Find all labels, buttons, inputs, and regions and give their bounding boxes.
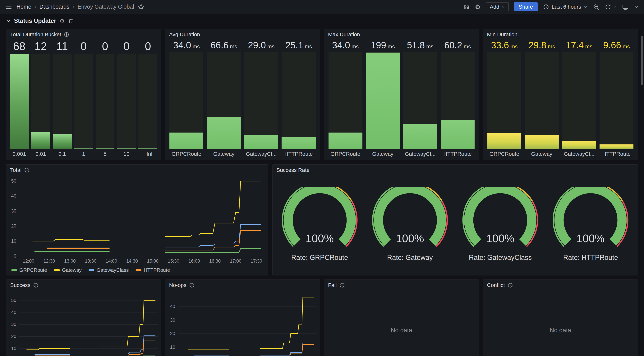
page-scrollbar-thumb[interactable] (641, 36, 643, 85)
legend-item-gatewayclass[interactable]: GatewayClass (88, 267, 129, 273)
panel-title[interactable]: Avg Duration (169, 32, 200, 38)
legend-item-grpcroute[interactable]: GRPCRoute (11, 267, 47, 273)
dashboard-settings-button[interactable]: ⚙ (475, 4, 481, 10)
star-icon (138, 4, 144, 10)
bar-gauge-HTTPRoute: 9.66 msHTTPRoute (600, 41, 634, 157)
svg-text:50: 50 (11, 298, 16, 303)
bar-track (74, 54, 93, 149)
favorite-star-button[interactable] (138, 4, 144, 10)
nav-overflow-button[interactable] (634, 5, 639, 9)
row-title[interactable]: Status Updater (14, 18, 56, 24)
clock-icon (543, 4, 549, 10)
breadcrumb-dashboards[interactable]: Dashboards (40, 4, 70, 10)
bar-axis-label: GRPCRoute (170, 149, 203, 157)
panel-title[interactable]: Conflict (487, 282, 505, 288)
row-settings-gear-icon[interactable]: ⚙ (60, 18, 64, 24)
bar-gauge-GRPCRoute: 33.6 msGRPCRoute (488, 41, 521, 157)
info-icon[interactable] (33, 282, 38, 288)
bar-gauge-Gateway: 199 msGateway (366, 41, 400, 157)
success-time-series-chart[interactable]: 1020304050 (6, 291, 161, 356)
svg-text:12:30: 12:30 (44, 258, 55, 263)
refresh-icon (605, 4, 611, 10)
info-icon[interactable] (189, 282, 194, 288)
tv-mode-button[interactable] (622, 4, 629, 10)
breadcrumb-separator: › (72, 4, 74, 10)
bar-axis-label: 1 (74, 149, 93, 157)
bar-value: 17.4 ms (562, 41, 596, 50)
info-icon[interactable] (24, 167, 30, 173)
zoom-out-button[interactable] (593, 4, 599, 10)
panel-title[interactable]: Total (10, 167, 22, 173)
dashboard-body: Status Updater ⚙ Total Duration Bucket 6… (0, 15, 644, 356)
panel-success: Success 1020304050 (6, 279, 161, 356)
bar-axis-label: GRPCRoute (488, 149, 521, 157)
legend-swatch (136, 269, 142, 271)
bar-axis-label: 10 (117, 149, 136, 157)
panel-title[interactable]: Success (10, 282, 30, 288)
svg-text:20: 20 (170, 331, 176, 336)
row-collapse-chevron-icon[interactable] (6, 19, 11, 23)
panel-title[interactable]: Success Rate (276, 167, 310, 173)
panel-row-1: Total Duration Bucket 680.001120.01110.1… (6, 29, 638, 160)
panel-total: Total 0102030405012:0012:3013:0013:3014:… (6, 164, 268, 275)
svg-text:30: 30 (170, 317, 176, 323)
bar-value: 11 (53, 41, 72, 52)
chevron-down-icon (613, 5, 617, 9)
bar-gauge-group: 680.001120.01110.101050100+Inf (6, 40, 161, 160)
bar-gauge-GatewayCl...: 51.8 msGatewayCl... (403, 41, 437, 157)
panel-title[interactable]: Max Duration (328, 32, 360, 38)
refresh-button[interactable] (605, 4, 611, 10)
svg-text:40: 40 (170, 304, 176, 309)
bar-value: 51.8 ms (403, 41, 437, 50)
legend-item-httproute[interactable]: HTTPRoute (136, 267, 170, 273)
panel-title[interactable]: Fail (328, 282, 337, 288)
gauge-rate-gatewayclass: 100%Rate: GatewayClass (455, 187, 546, 262)
row-delete-trash-icon[interactable] (68, 18, 74, 24)
breadcrumb-home[interactable]: Home (16, 4, 31, 10)
bar-track (170, 52, 203, 149)
time-range-picker[interactable]: Last 6 hours (543, 4, 588, 10)
legend-swatch (54, 269, 60, 271)
total-time-series-chart[interactable]: 0102030405012:0012:3013:0013:3014:0014:3… (6, 176, 268, 265)
hamburger-menu-icon (5, 4, 12, 10)
bar-gauge-Gateway: 66.6 msGateway (207, 41, 241, 157)
bar-axis-label: Gateway (366, 149, 400, 157)
save-dashboard-button[interactable] (463, 4, 470, 10)
info-icon[interactable] (340, 282, 345, 288)
bar-value: 34.0 ms (328, 41, 362, 50)
info-icon[interactable] (64, 32, 69, 37)
bar-track (282, 52, 316, 149)
svg-text:40: 40 (11, 310, 16, 315)
bar-track (53, 54, 72, 149)
panel-min-duration: Min Duration 33.6 msGRPCRoute29.8 msGate… (483, 29, 638, 160)
bar-gauge-GatewayCl...: 17.4 msGatewayCl... (562, 41, 596, 157)
legend-item-gateway[interactable]: Gateway (54, 267, 82, 273)
panel-success-rate: Success Rate 100%Rate: GRPCRoute100%Rate… (272, 164, 638, 275)
panel-title[interactable]: No-ops (169, 282, 186, 288)
svg-text:10: 10 (170, 344, 176, 350)
panel-title[interactable]: Min Duration (487, 32, 518, 38)
zoom-out-icon (593, 4, 599, 10)
breadcrumb: Home › Dashboards › Envoy Gateway Global (16, 4, 134, 10)
info-icon[interactable] (508, 282, 513, 288)
share-button[interactable]: Share (514, 2, 538, 11)
bar-value: 0 (138, 41, 157, 52)
panel-title[interactable]: Total Duration Bucket (10, 32, 61, 38)
breadcrumb-current: Envoy Gateway Global (78, 4, 134, 10)
panel-avg-duration: Avg Duration 34.0 msGRPCRoute66.6 msGate… (165, 29, 320, 160)
bar-track (600, 52, 634, 149)
svg-text:15:30: 15:30 (168, 258, 179, 263)
bar-axis-label: 5 (96, 149, 114, 157)
svg-text:20: 20 (11, 334, 16, 339)
bar-gauge-10: 010 (117, 41, 136, 157)
bar-value: 0 (96, 41, 114, 52)
no-ops-time-series-chart[interactable]: 10203040 (165, 291, 320, 356)
bar-value: 199 ms (366, 41, 400, 50)
no-data-message: No data (550, 327, 571, 334)
add-button[interactable]: Add (486, 2, 509, 11)
bar-axis-label: HTTPRoute (441, 149, 474, 157)
hamburger-menu-button[interactable] (5, 4, 12, 10)
chevron-down-icon (584, 5, 588, 9)
panel-row-3: Success 1020304050 No-ops 10203040 Fail (6, 279, 638, 356)
refresh-interval-dropdown[interactable] (613, 5, 617, 9)
